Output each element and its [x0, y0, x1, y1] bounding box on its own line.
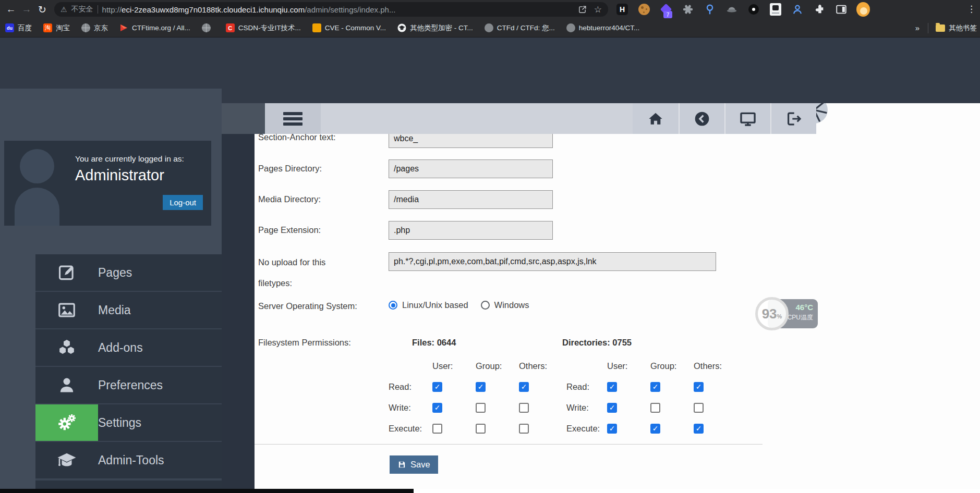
hat-extension-icon[interactable] [725, 3, 739, 16]
dirs-execute-group-checkbox[interactable] [650, 424, 660, 434]
sidebar-item-settings[interactable]: Settings [35, 404, 222, 442]
bookmark-ctfd[interactable]: CTFd / CTFd: 您... [485, 23, 555, 33]
bookmark-jd[interactable]: 京东 [81, 23, 108, 33]
os-option-windows[interactable]: Windows [481, 300, 529, 310]
files-read-others-checkbox[interactable] [519, 382, 529, 392]
dirs-read-group-checkbox[interactable] [650, 382, 660, 392]
files-read-user-checkbox[interactable] [432, 382, 442, 392]
ring-extension-icon[interactable] [747, 3, 760, 16]
bookmark-csdn[interactable]: CCSDN-专业IT技术... [226, 23, 301, 33]
bookmark-crypto[interactable]: 其他类型加密 - CT... [397, 23, 473, 33]
address-bar[interactable]: ⚠ 不安全 http://eci-2zea3uwxd8mg7n0188tk.cl… [54, 2, 608, 17]
back-circle-icon [694, 110, 710, 127]
blocked-filetypes-input[interactable] [389, 252, 716, 271]
bookmark-star-icon[interactable]: ☆ [594, 4, 602, 15]
logout-button[interactable]: Log-out [163, 195, 203, 210]
bookmark-hebtuerror404[interactable]: hebtuerror404/CT... [566, 23, 639, 32]
files-row-header: Execute: [389, 424, 432, 434]
admin-tools-cap-icon [35, 442, 98, 478]
dirs-write-user-checkbox[interactable] [607, 403, 617, 413]
dirs-write-others-checkbox[interactable] [694, 403, 704, 413]
files-read-group-checkbox[interactable] [476, 382, 486, 392]
csdn-icon: C [226, 23, 235, 32]
logout-icon [785, 110, 802, 127]
files-col-header: User: [432, 361, 476, 371]
system-monitor-badge[interactable]: 93 % [755, 297, 789, 330]
bookmark-baidu[interactable]: du百度 [5, 23, 32, 33]
save-floppy-icon [397, 460, 406, 469]
circle-icon [566, 23, 575, 32]
files-col-header: Group: [476, 361, 519, 371]
cookie-extension-icon[interactable] [637, 3, 651, 16]
bookmark-ctftime[interactable]: CTFtime.org / All... [119, 23, 190, 32]
logout-toolbar-button[interactable] [770, 103, 816, 134]
bookmark-taobao[interactable]: 淘淘宝 [43, 23, 70, 33]
forward-icon[interactable]: → [19, 4, 34, 15]
gem-extension-icon[interactable]: 7 [659, 3, 673, 16]
files-write-others-checkbox[interactable] [519, 403, 529, 413]
view-site-button[interactable] [724, 103, 770, 134]
preferences-user-icon [35, 367, 98, 403]
sidebar-item-pages[interactable]: Pages [35, 254, 222, 292]
home-button[interactable] [633, 103, 679, 134]
other-bookmarks[interactable]: 其他书签 [949, 23, 977, 33]
puzzle-extensions-icon[interactable] [813, 3, 826, 16]
field-label: Server Operating System: [258, 301, 365, 311]
files-write-group-checkbox[interactable] [476, 403, 486, 413]
dirs-write-group-checkbox[interactable] [650, 403, 660, 413]
save-button[interactable]: Save [390, 455, 438, 474]
files-permissions-heading: Files: 0644 [412, 338, 456, 348]
files-write-user-checkbox[interactable] [432, 403, 442, 413]
media-directory-input[interactable] [389, 190, 553, 209]
reload-icon[interactable]: ↻ [34, 4, 50, 16]
hackbar-extension-icon[interactable]: H [615, 3, 629, 16]
extension-badge: 7 [663, 11, 672, 18]
toolbar-middle [321, 103, 633, 134]
page-extension-input[interactable] [389, 221, 553, 240]
settings-gears-icon [35, 404, 98, 441]
browser-menu-icon[interactable]: ⋮ [967, 4, 976, 15]
person-extension-icon[interactable] [791, 3, 804, 16]
user-panel: You are currently logged in as: Administ… [4, 141, 211, 226]
side-panel-icon[interactable] [834, 3, 848, 16]
dirs-execute-others-checkbox[interactable] [694, 424, 704, 434]
bookmark-cve[interactable]: CVE - Common V... [312, 23, 386, 32]
omnibox-divider [98, 5, 98, 14]
back-icon[interactable]: ← [3, 4, 19, 15]
bookmarks-overflow-icon[interactable]: » [915, 23, 919, 32]
dirs-row-header: Execute: [562, 424, 607, 434]
pages-directory-input[interactable] [389, 159, 553, 178]
not-secure-label: 不安全 [71, 5, 93, 14]
pages-edit-icon [35, 254, 98, 291]
menu-toggle-icon[interactable] [283, 110, 303, 128]
flower-extension-icon[interactable] [681, 3, 695, 16]
files-execute-group-checkbox[interactable] [476, 424, 486, 434]
idcard-extension-icon[interactable] [769, 3, 782, 16]
sidebar-item-addons[interactable]: Add-ons [35, 329, 222, 367]
files-execute-others-checkbox[interactable] [519, 424, 529, 434]
url-text[interactable]: http://eci-2zea3uwxd8mg7n0188tk.cloudeci… [102, 5, 396, 14]
dirs-execute-user-checkbox[interactable] [607, 424, 617, 434]
sidebar-item-admin-tools[interactable]: Admin-Tools [35, 442, 222, 479]
pin-extension-icon[interactable] [703, 3, 717, 16]
files-row-header: Write: [389, 403, 432, 413]
sidebar-item-preferences[interactable]: Preferences [35, 367, 222, 404]
radio-windows[interactable] [481, 301, 490, 310]
dirs-row-header: Read: [562, 382, 607, 392]
radio-linux[interactable] [389, 301, 397, 310]
url-host: eci-2zea3uwxd8mg7n0188tk.cloudeci1.ichun… [122, 5, 305, 14]
dirs-read-user-checkbox[interactable] [607, 382, 617, 392]
flag-icon [119, 23, 128, 32]
back-button[interactable] [679, 103, 724, 134]
sidebar: You are currently logged in as: Administ… [0, 89, 222, 493]
addons-cubes-icon [35, 329, 98, 366]
share-icon[interactable] [578, 5, 587, 14]
os-option-linux[interactable]: Linux/Unix based [389, 300, 468, 310]
monitor-icon [739, 110, 757, 128]
dirs-read-others-checkbox[interactable] [694, 382, 704, 392]
files-execute-user-checkbox[interactable] [432, 424, 442, 434]
sidebar-item-media[interactable]: Media [35, 292, 222, 329]
globe-icon [202, 23, 211, 32]
bookmark-unnamed[interactable] [202, 23, 214, 32]
profile-avatar[interactable] [856, 3, 870, 16]
